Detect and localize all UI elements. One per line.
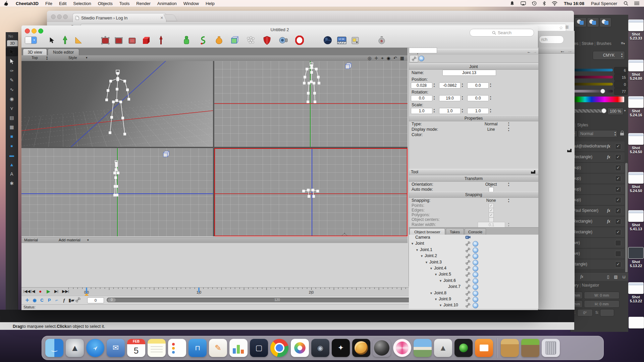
new-layer-icon[interactable]: ▯ xyxy=(607,275,609,279)
pan-icon[interactable]: ✛ xyxy=(374,56,378,61)
value-field[interactable]: -0.0862 xyxy=(439,82,461,88)
rotation-field[interactable]: 0° xyxy=(577,309,593,316)
select-cursor-icon[interactable] xyxy=(46,35,58,46)
menu-user[interactable]: Paul Spencer xyxy=(588,1,621,6)
delete-layer-icon[interactable]: ⊔ xyxy=(623,275,626,279)
bone-icon[interactable] xyxy=(465,297,471,303)
tree-row[interactable]: ▼Jointm xyxy=(409,241,538,247)
menu-item-animation[interactable]: Animation xyxy=(154,1,180,6)
keyframe-marker[interactable] xyxy=(198,288,200,292)
forward-arrow-icon[interactable]: → xyxy=(567,48,573,54)
object-browser-tab-object-browser[interactable]: Object browser xyxy=(410,228,445,235)
width-field[interactable]: W: 0 mm xyxy=(584,292,620,299)
angle-tool-icon[interactable] xyxy=(72,35,85,46)
material-icon[interactable]: m xyxy=(473,253,478,259)
rounded-rect-tool-icon[interactable]: ▬ xyxy=(6,151,18,160)
material-tab-icon[interactable]: m xyxy=(419,56,424,61)
stepper-icon[interactable]: ▴▾ xyxy=(507,182,511,187)
name-field[interactable]: Joint.13 xyxy=(442,70,496,76)
frame-field[interactable]: 0 xyxy=(87,297,104,303)
layer-visibility-checkbox[interactable]: ✓ xyxy=(615,197,621,203)
menu-clock[interactable]: Thu 16:08 xyxy=(560,1,588,6)
rectangle-tool-icon[interactable]: ■ xyxy=(6,132,18,141)
blend-mode-select[interactable]: Normal▴▾ xyxy=(578,130,618,137)
layer-row[interactable]: rve) xyxy=(572,249,625,259)
material-icon[interactable]: m xyxy=(473,284,478,290)
value-field[interactable]: 0.0 xyxy=(411,95,432,101)
airplay-display-icon[interactable] xyxy=(518,1,529,6)
layer-row[interactable]: oup)✓ xyxy=(572,184,625,195)
bookmark-star-icon[interactable]: ☆ xyxy=(559,25,563,31)
dock-icon-cheetah3d[interactable] xyxy=(352,339,370,357)
menu-item-tools[interactable]: Tools xyxy=(116,1,133,6)
dock-icon-calendar[interactable]: FEB5 xyxy=(127,339,145,357)
desktop-file-icon[interactable]: Shot5.24.00 xyxy=(627,60,644,80)
boolean-intersect-icon[interactable] xyxy=(599,17,611,27)
desktop-file-icon[interactable] xyxy=(629,317,644,328)
dock-icon-sphere[interactable] xyxy=(373,339,391,357)
dock-icon-pages[interactable]: ✎ xyxy=(209,339,227,357)
animation-clapboard-icon[interactable]: 12:34 xyxy=(336,35,348,46)
quad-view-icon[interactable]: ▦ xyxy=(400,56,404,61)
slider-value-yellow[interactable]: 0 xyxy=(614,81,628,88)
layer-row[interactable]: Paul Spencer)fx✓ xyxy=(572,206,625,216)
layer-visibility-checkbox[interactable]: ✓ xyxy=(615,208,621,214)
material-icon[interactable]: m xyxy=(473,241,478,247)
fcurve-icon[interactable]: ƒ xyxy=(60,297,68,303)
tree-row[interactable]: Camera xyxy=(409,235,538,241)
checkbox[interactable]: ✓ xyxy=(489,213,494,218)
camera-icon[interactable] xyxy=(465,235,471,240)
notification-center-icon[interactable] xyxy=(631,1,644,5)
select-value[interactable]: None xyxy=(478,198,504,203)
height-field[interactable]: H: 0 mm xyxy=(584,300,620,308)
layer-visibility-checkbox[interactable]: ✓ xyxy=(615,143,621,149)
slider-yellow[interactable] xyxy=(572,83,613,85)
dock-icon-launchpad[interactable]: ▲ xyxy=(66,339,84,357)
bone-icon[interactable] xyxy=(465,272,471,278)
fx-icon[interactable]: fx xyxy=(580,274,583,279)
layer-row[interactable]: Rectangle)fx✓ xyxy=(572,217,625,227)
stepper-icon[interactable]: ▴▾ xyxy=(461,82,464,88)
browser-menu-icon[interactable]: ≡ xyxy=(565,24,569,31)
prev-frame-button[interactable]: |◀ xyxy=(31,289,35,294)
slider-knob[interactable] xyxy=(600,89,605,94)
cube-polygons-icon[interactable] xyxy=(126,35,139,46)
value-field[interactable]: 19.0 xyxy=(439,95,461,101)
image-place-icon[interactable]: ▤ xyxy=(6,113,18,122)
select-value[interactable]: Normal xyxy=(478,122,504,126)
menu-item-edit[interactable]: Edit xyxy=(56,1,70,6)
next-frame-button[interactable]: ▶| xyxy=(54,289,58,294)
layer-row[interactable]: oup)✓ xyxy=(572,174,625,184)
bone-icon[interactable] xyxy=(465,260,471,266)
layer-row[interactable]: Rectangle)✓ xyxy=(572,227,625,238)
desktop-file-icon[interactable]: Shot5.24.50 xyxy=(627,172,644,193)
view-layout-icon[interactable]: ▾ xyxy=(25,35,37,46)
layer-visibility-checkbox[interactable]: ✓ xyxy=(615,176,621,182)
bone-icon[interactable] xyxy=(465,241,471,247)
pose-icon[interactable]: P xyxy=(46,297,53,303)
stepper-icon[interactable]: ▴▾ xyxy=(432,108,436,113)
desktop-file-icon[interactable]: Shot5.24.50 xyxy=(627,133,644,154)
orbit-icon[interactable]: ◉ xyxy=(386,56,390,61)
object-browser-tab-takes[interactable]: Takes xyxy=(446,228,464,235)
bone-icon[interactable] xyxy=(465,291,471,297)
slider-value-cyan[interactable]: 6 xyxy=(614,67,628,74)
dock-icon-keynote[interactable]: ⊓ xyxy=(189,339,207,357)
dock-icon-numbers[interactable] xyxy=(229,339,248,357)
dock-icon-quicktime[interactable]: ▢ xyxy=(250,339,268,357)
dock-icon-photobooth[interactable]: ◉ xyxy=(311,339,329,357)
material-icon[interactable]: m xyxy=(473,266,478,272)
tree-row[interactable]: ▼Joint.1m xyxy=(409,247,538,253)
slider-magenta[interactable] xyxy=(572,76,613,78)
checkbox[interactable]: ✓ xyxy=(489,203,494,208)
opacity-knob[interactable] xyxy=(601,108,606,113)
tab-close-icon[interactable]: ✕ xyxy=(160,16,163,20)
tree-row[interactable]: ▼Joint.10m xyxy=(409,302,538,308)
tab-brushes[interactable]: Brushes xyxy=(597,41,611,46)
tree-row[interactable]: ▼Joint.8m xyxy=(409,290,538,296)
tree-row[interactable]: ▼Joint.4m xyxy=(409,265,538,272)
character-tool-icon[interactable] xyxy=(180,35,193,46)
camera-object-icon[interactable] xyxy=(277,35,289,46)
transparency-tool-icon[interactable]: ⋎ xyxy=(6,104,18,113)
material-icon[interactable]: m xyxy=(473,291,478,296)
